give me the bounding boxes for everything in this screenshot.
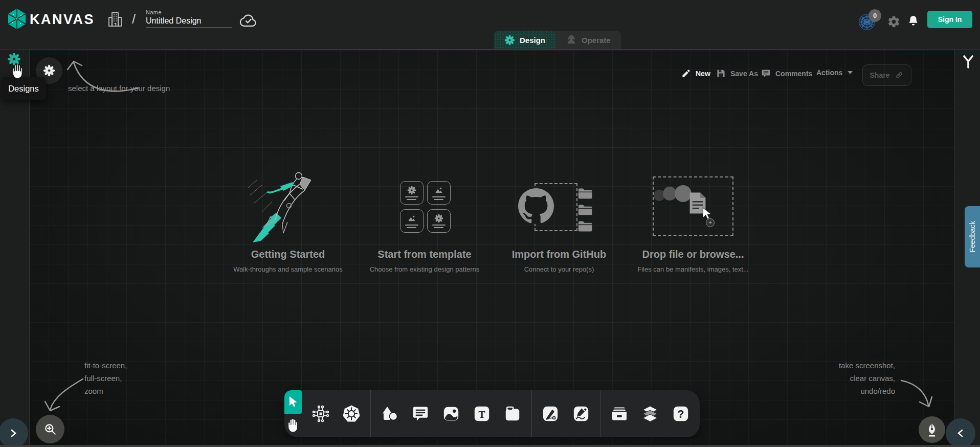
note-card-icon [504,405,521,422]
layers-tool[interactable] [641,405,659,423]
bottom-edge [0,445,980,447]
header-bar: KANVAS / Name Design [0,0,980,49]
freehand-pencil-icon [572,405,590,422]
select-cursor-icon [287,396,299,408]
share-label: Share [870,71,890,79]
card-drop-file[interactable]: + Drop file or browse... Files can be ma… [621,168,765,273]
save-icon [716,69,726,78]
pencil-icon [681,69,691,78]
logo-text: KANVAS [30,12,95,28]
drawer-tool[interactable] [610,405,629,423]
folder-icon [577,204,593,216]
new-label: New [696,70,710,78]
kanvas-app: KANVAS / Name Design [0,0,980,447]
pan-tool[interactable] [284,414,302,437]
template-thumb-spiral [400,181,424,205]
bottom-toolbar: T [284,390,700,437]
svg-text:T: T [478,409,485,420]
card-subtitle: Files can be manifests, images, text... [637,265,748,273]
help-icon: ? [672,405,689,422]
designs-tooltip: Designs [1,77,46,100]
text-icon: T [473,405,491,422]
pen-tool[interactable] [541,405,560,423]
notification-count-badge: 0 [868,9,881,22]
expand-left-button[interactable] [0,418,28,447]
y-shape-icon[interactable] [963,55,974,69]
screenshot-hint-text: take screenshot, clear canvas, undo/redo [788,359,895,397]
bell-icon[interactable] [907,14,920,29]
select-tool[interactable] [284,390,302,414]
tab-operate[interactable]: Operate [555,31,621,49]
folder-icon [577,220,593,233]
help-tool[interactable]: ? [672,405,690,423]
card-start-from-template[interactable]: Start from template Choose from existing… [353,168,496,273]
layers-icon [641,405,659,423]
pen-mode-button[interactable] [919,416,945,443]
svg-text:?: ? [677,408,684,420]
cloud-check-icon[interactable] [238,12,259,29]
design-name-field: Name [146,9,232,28]
operate-headset-icon [566,34,577,46]
new-button[interactable]: New [681,69,710,78]
rocket-doodle [237,168,339,245]
card-import-from-github[interactable]: Import from GitHub Connect to your repo(… [487,168,631,273]
plus-badge: + [706,218,715,227]
kanvas-hexagon-logo[interactable] [7,8,27,30]
chevron-down-icon [847,70,853,75]
designs-tooltip-label: Designs [8,84,39,94]
card-title: Drop file or browse... [642,249,744,260]
link-icon [895,71,904,80]
comments-label: Comments [775,70,812,78]
actions-label: Actions [816,69,842,77]
folder-icon [577,187,593,200]
share-button[interactable]: Share [862,64,911,86]
feedback-label: Feedback [968,221,976,252]
shapes-tool[interactable] [381,405,399,423]
tab-design-label: Design [520,36,545,44]
template-thumb-image [400,209,424,233]
kubernetes-icon [342,405,361,423]
mode-tabbar: Design Operate [494,31,621,49]
comment-bubble-icon [412,405,429,422]
template-thumb-spiral [427,209,451,233]
building-icon[interactable] [107,10,123,29]
hand-cursor [11,63,25,79]
card-title: Getting Started [251,249,325,260]
comments-button[interactable]: Comments [761,69,812,78]
card-subtitle: Walk-throughs and sample scenarios [233,265,342,273]
zoom-controls-button[interactable] [36,415,64,443]
pen-path-icon [542,405,559,422]
screenshot-hint-arrow [896,373,937,412]
card-getting-started[interactable]: Getting Started Walk-throughs and sample… [216,168,360,273]
tab-design[interactable]: Design [494,31,555,49]
layout-hint-arrow [60,51,142,94]
sketch-tool[interactable] [572,405,590,423]
card-subtitle: Choose from existing design patterns [370,265,480,273]
note-tool[interactable] [503,405,522,423]
comment-tool[interactable] [411,405,430,423]
sign-in-button[interactable]: Sign In [927,11,972,28]
component-tool[interactable] [311,405,330,423]
gear-icon[interactable] [887,15,901,29]
breadcrumb-separator: / [132,11,136,27]
design-name-input[interactable] [146,15,232,28]
kubernetes-tool[interactable] [342,405,361,423]
image-tool[interactable] [442,405,460,423]
actions-dropdown[interactable]: Actions [816,69,853,77]
github-repos [516,168,603,245]
chevron-left-icon [956,428,965,438]
feedback-tab[interactable]: Feedback [965,206,980,267]
avatar[interactable]: 0 [858,13,877,32]
card-subtitle: Connect to your repo(s) [524,265,594,273]
tab-operate-label: Operate [582,36,611,44]
drawer-icon [610,405,629,422]
github-icon [518,188,554,224]
collapse-right-button[interactable] [946,418,975,447]
hand-icon [286,418,300,433]
layout-asterisk-icon [43,64,55,77]
save-as-label: Save As [730,70,758,78]
save-as-button[interactable]: Save As [716,69,758,78]
template-grid [400,168,450,245]
text-tool[interactable]: T [473,405,491,423]
left-sidebar [0,50,30,447]
